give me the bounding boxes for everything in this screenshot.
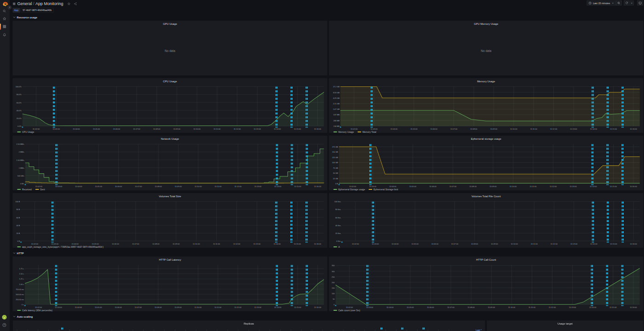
svg-text:11:04:00: 11:04:00 <box>389 185 397 188</box>
svg-text:11:05:00: 11:05:00 <box>407 306 414 308</box>
svg-text:11:04:00: 11:04:00 <box>75 306 82 308</box>
svg-text:11:10:00: 11:10:00 <box>508 306 516 308</box>
svg-text:20 B: 20 B <box>16 233 20 234</box>
svg-text:11:16:00: 11:16:00 <box>630 128 637 130</box>
svg-text:750.00 ms: 750.00 ms <box>16 289 24 291</box>
svg-text:11:10:00: 11:10:00 <box>193 243 200 245</box>
svg-text:11:10:00: 11:10:00 <box>511 243 518 245</box>
svg-text:11:06:00: 11:06:00 <box>113 128 121 130</box>
svg-text:150 GB: 150 GB <box>332 151 338 153</box>
svg-text:11:07:00: 11:07:00 <box>449 185 457 188</box>
svg-text:11:03:00: 11:03:00 <box>52 243 59 245</box>
svg-text:250.00 ms: 250.00 ms <box>16 299 24 301</box>
svg-text:11:02:00: 11:02:00 <box>352 243 359 245</box>
svg-text:4.29 GB: 4.29 GB <box>333 97 340 99</box>
svg-text:11:11:00: 11:11:00 <box>530 185 537 188</box>
svg-text:11:08:00: 11:08:00 <box>155 185 162 188</box>
svg-text:11:13:00: 11:13:00 <box>570 243 578 245</box>
svg-text:0 s: 0 s <box>22 304 24 306</box>
svg-text:11:11:00: 11:11:00 <box>529 306 536 308</box>
svg-text:100: 100 <box>332 293 334 295</box>
svg-text:11:08:00: 11:08:00 <box>153 128 161 130</box>
svg-text:11:16:00: 11:16:00 <box>314 185 322 188</box>
svg-text:11:07:00: 11:07:00 <box>451 243 459 245</box>
svg-text:11:12:00: 11:12:00 <box>234 306 242 308</box>
svg-text:11:09:00: 11:09:00 <box>175 185 182 188</box>
svg-text:11:15:00: 11:15:00 <box>294 306 302 308</box>
svg-text:11:03:00: 11:03:00 <box>369 185 377 188</box>
svg-text:11:07:00: 11:07:00 <box>135 185 142 188</box>
svg-text:500.00 ms: 500.00 ms <box>16 294 24 296</box>
svg-text:11:08:00: 11:08:00 <box>471 243 478 245</box>
svg-text:11:06:00: 11:06:00 <box>427 306 434 308</box>
svg-text:11:04:00: 11:04:00 <box>391 243 399 245</box>
svg-text:11:12:00: 11:12:00 <box>234 128 241 130</box>
svg-text:11:16:00: 11:16:00 <box>314 243 322 245</box>
svg-text:11:02:00: 11:02:00 <box>349 185 356 188</box>
svg-text:11:15:00: 11:15:00 <box>294 243 301 245</box>
svg-text:11:02:00: 11:02:00 <box>35 306 42 308</box>
svg-text:2.50 MB/s: 2.50 MB/s <box>16 143 24 145</box>
svg-text:80 B: 80 B <box>16 209 20 211</box>
svg-text:11:05:00: 11:05:00 <box>410 128 418 130</box>
svg-text:11:06:00: 11:06:00 <box>429 185 437 188</box>
svg-text:11:14:00: 11:14:00 <box>590 243 598 245</box>
svg-text:11:05:00: 11:05:00 <box>93 128 100 130</box>
svg-text:11:02:00: 11:02:00 <box>31 243 39 245</box>
svg-text:537 MB: 537 MB <box>334 114 340 116</box>
svg-text:11:13:00: 11:13:00 <box>569 306 576 308</box>
svg-text:500 kB/s: 500 kB/s <box>17 175 24 177</box>
svg-text:100.0%: 100.0% <box>16 86 22 88</box>
svg-text:11:05:00: 11:05:00 <box>95 185 103 188</box>
svg-text:75 GB: 75 GB <box>333 167 338 169</box>
svg-text:11:13:00: 11:13:00 <box>570 185 577 188</box>
svg-text:11:02:00: 11:02:00 <box>346 306 353 308</box>
svg-text:11:14:00: 11:14:00 <box>589 306 597 308</box>
svg-text:11:02:00: 11:02:00 <box>35 185 43 188</box>
svg-text:100 B: 100 B <box>15 201 20 203</box>
svg-text:11:16:00: 11:16:00 <box>630 243 638 245</box>
svg-text:11:16:00: 11:16:00 <box>314 306 322 308</box>
svg-text:11:09:00: 11:09:00 <box>489 185 497 188</box>
svg-text:11:09:00: 11:09:00 <box>173 128 181 130</box>
svg-text:11:02:00: 11:02:00 <box>351 128 358 130</box>
svg-text:11:07:00: 11:07:00 <box>450 128 458 130</box>
svg-text:11:14:00: 11:14:00 <box>274 128 281 130</box>
svg-text:11:09:00: 11:09:00 <box>174 306 182 308</box>
svg-text:11:03:00: 11:03:00 <box>366 306 374 308</box>
svg-text:150: 150 <box>332 287 334 289</box>
svg-text:11:12:00: 11:12:00 <box>235 185 242 188</box>
svg-text:11:10:00: 11:10:00 <box>194 128 201 130</box>
svg-text:100 files: 100 files <box>334 201 341 203</box>
svg-text:134 MB: 134 MB <box>334 126 340 127</box>
svg-text:300: 300 <box>332 271 334 273</box>
svg-text:11:08:00: 11:08:00 <box>470 128 477 130</box>
svg-text:1.50 MB/s: 1.50 MB/s <box>16 160 24 161</box>
svg-text:50: 50 <box>333 298 334 300</box>
svg-text:11:03:00: 11:03:00 <box>53 128 60 130</box>
svg-text:0: 0 <box>334 304 334 306</box>
svg-text:11:06:00: 11:06:00 <box>115 185 122 188</box>
svg-text:11:12:00: 11:12:00 <box>550 185 557 188</box>
svg-text:11:03:00: 11:03:00 <box>55 306 62 308</box>
svg-text:268 MB: 268 MB <box>334 120 340 122</box>
svg-text:11:14:00: 11:14:00 <box>590 185 597 188</box>
svg-text:11:10:00: 11:10:00 <box>510 185 517 188</box>
svg-text:11:13:00: 11:13:00 <box>254 306 262 308</box>
svg-text:11:13:00: 11:13:00 <box>254 185 262 188</box>
svg-text:11:03:00: 11:03:00 <box>372 243 379 245</box>
svg-text:200: 200 <box>332 282 334 284</box>
svg-text:2.15 GB: 2.15 GB <box>333 103 340 105</box>
svg-text:11:16:00: 11:16:00 <box>314 128 322 130</box>
svg-text:40 B: 40 B <box>16 225 20 227</box>
svg-text:20.0%: 20.0% <box>17 118 22 120</box>
svg-text:80 files: 80 files <box>335 209 341 211</box>
svg-text:11:11:00: 11:11:00 <box>213 128 221 130</box>
svg-text:11:12:00: 11:12:00 <box>550 128 558 130</box>
svg-text:11:10:00: 11:10:00 <box>195 306 202 308</box>
svg-text:80.0%: 80.0% <box>17 94 22 96</box>
svg-text:100 GB: 100 GB <box>332 162 338 164</box>
svg-text:11:05:00: 11:05:00 <box>92 243 99 245</box>
svg-text:40.0%: 40.0% <box>17 110 22 112</box>
svg-text:11:09:00: 11:09:00 <box>172 243 180 245</box>
